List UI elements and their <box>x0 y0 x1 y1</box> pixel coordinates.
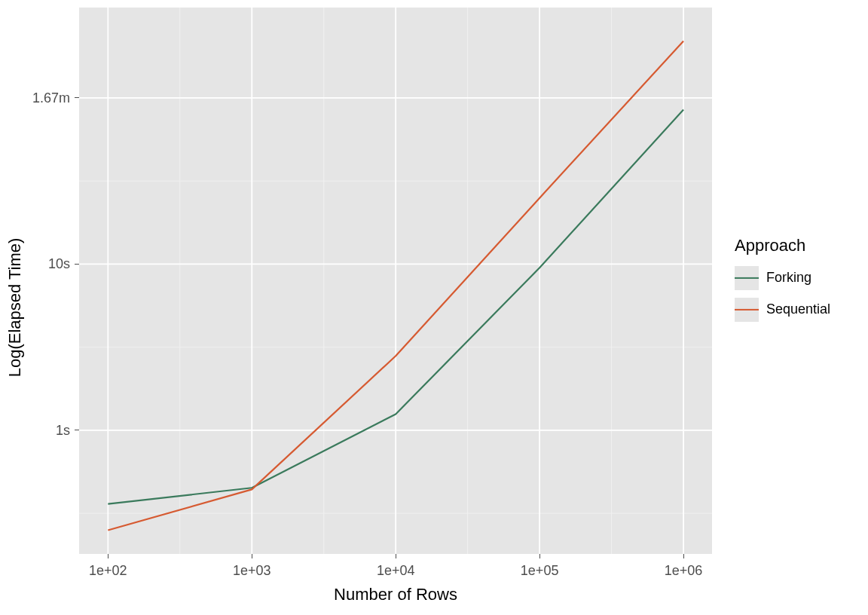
y-tick-mark <box>75 430 79 430</box>
legend-item: Sequential <box>735 298 830 322</box>
y-tick-label: 10s <box>48 256 70 272</box>
legend-key <box>735 266 759 290</box>
legend-item: Forking <box>735 266 830 290</box>
x-tick-mark <box>539 554 540 558</box>
x-tick-mark <box>252 554 252 558</box>
y-tick-mark <box>75 97 79 98</box>
y-axis-label: Log(Elapsed Time) <box>5 238 25 378</box>
x-tick-mark <box>683 554 684 558</box>
x-tick-label: 1e+04 <box>377 563 415 579</box>
legend-key <box>735 298 759 322</box>
legend-title: Approach <box>735 236 830 255</box>
legend-label: Forking <box>766 270 811 286</box>
legend-label: Sequential <box>766 301 830 317</box>
legend: Approach ForkingSequential <box>735 236 830 329</box>
x-tick-label: 1e+05 <box>521 563 559 579</box>
x-tick-label: 1e+02 <box>89 563 127 579</box>
x-tick-label: 1e+03 <box>233 563 271 579</box>
y-tick-label: 1s <box>56 422 70 438</box>
chart-container: Log(Elapsed Time) Number of Rows Approac… <box>0 0 868 615</box>
y-tick-label: 1.67m <box>32 90 70 106</box>
x-tick-mark <box>396 554 396 558</box>
x-axis-label: Number of Rows <box>79 585 712 604</box>
x-tick-label: 1e+06 <box>665 563 703 579</box>
x-tick-mark <box>108 554 108 558</box>
y-tick-mark <box>75 264 79 265</box>
